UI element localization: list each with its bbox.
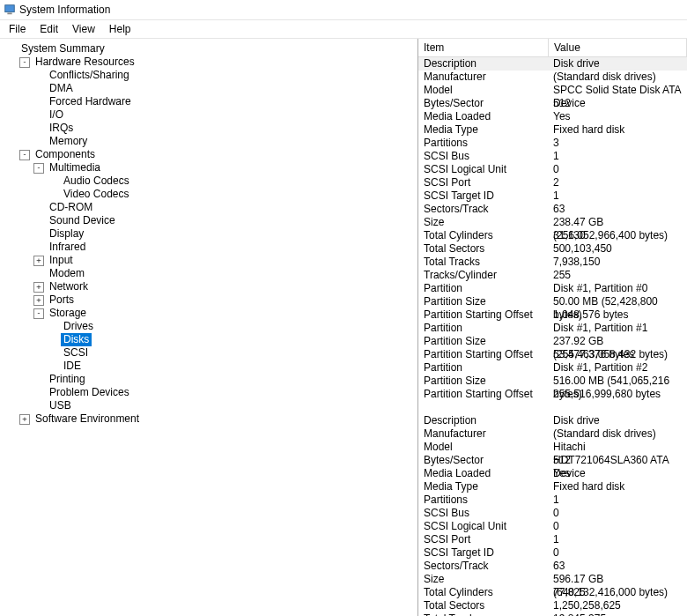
detail-row[interactable]: Media TypeFixed hard disk — [418, 123, 687, 137]
tree-item[interactable]: Forced Hardware — [5, 95, 412, 108]
tree-label[interactable]: I/O — [47, 108, 66, 122]
detail-row[interactable]: Media LoadedYes — [418, 110, 687, 123]
menu-edit[interactable]: Edit — [33, 21, 65, 37]
detail-row[interactable]: Partition Size237.92 GB (255,463,058,432… — [418, 335, 687, 348]
tree-label[interactable]: Multimedia — [47, 161, 103, 174]
tree-item[interactable]: -Storage — [5, 307, 412, 320]
tree-label[interactable]: USB — [47, 399, 74, 412]
tree-label[interactable]: Network — [47, 280, 91, 293]
detail-row[interactable]: SCSI Bus0 — [418, 507, 687, 520]
tree-label[interactable]: Forced Hardware — [47, 95, 134, 108]
tree-label[interactable]: Disks — [61, 333, 92, 346]
detail-row[interactable]: SCSI Logical Unit0 — [418, 163, 687, 176]
tree-label[interactable]: CD-ROM — [47, 201, 95, 214]
detail-row[interactable] — [418, 401, 687, 414]
detail-row[interactable]: SCSI Target ID1 — [418, 189, 687, 203]
tree-label[interactable]: Hardware Resources — [33, 56, 137, 69]
tree-label[interactable]: DMA — [47, 82, 76, 95]
col-header-item[interactable]: Item — [418, 39, 549, 56]
tree-item[interactable]: -Components — [5, 148, 412, 161]
tree-item[interactable]: Video Codecs — [5, 188, 412, 201]
tree-item[interactable]: -Hardware Resources — [5, 56, 412, 69]
detail-row[interactable]: Total Tracks19,845,375 — [418, 612, 687, 616]
detail-row[interactable]: Partition Size50.00 MB (52,428,800 bytes… — [418, 295, 687, 308]
detail-row[interactable]: Total Tracks7,938,150 — [418, 256, 687, 269]
col-header-value[interactable]: Value — [549, 39, 687, 56]
tree-label[interactable]: Video Codecs — [61, 188, 132, 201]
expand-icon[interactable]: + — [33, 282, 44, 293]
collapse-icon[interactable]: - — [33, 163, 44, 174]
tree-item[interactable]: +Network — [5, 280, 412, 293]
detail-row[interactable]: PartitionDisk #1, Partition #1 — [418, 322, 687, 335]
detail-row[interactable]: SCSI Bus1 — [418, 150, 687, 163]
detail-row[interactable]: Partition Starting Offset255,516,999,680… — [418, 388, 687, 401]
tree-label[interactable]: Software Environment — [33, 412, 142, 426]
tree-label[interactable]: Storage — [47, 307, 89, 320]
detail-row[interactable]: SCSI Logical Unit0 — [418, 520, 687, 533]
expand-icon[interactable]: + — [33, 256, 44, 266]
collapse-icon[interactable]: - — [19, 57, 30, 68]
tree-label[interactable]: IRQs — [47, 122, 76, 135]
detail-row[interactable]: Manufacturer(Standard disk drives) — [418, 427, 687, 441]
detail-row[interactable]: Partitions1 — [418, 494, 687, 507]
tree-label[interactable]: Display — [47, 227, 86, 241]
tree-label[interactable]: Infrared — [47, 241, 88, 254]
detail-row[interactable]: SCSI Port1 — [418, 533, 687, 546]
tree-label[interactable]: Conflicts/Sharing — [47, 69, 132, 82]
expand-icon[interactable]: + — [19, 414, 30, 425]
menu-help[interactable]: Help — [102, 21, 138, 37]
tree-label[interactable]: Ports — [47, 293, 77, 307]
detail-row[interactable]: Partitions3 — [418, 137, 687, 150]
collapse-icon[interactable]: - — [19, 150, 30, 160]
tree-label[interactable]: Audio Codecs — [61, 174, 132, 188]
tree-label[interactable]: System Summary — [18, 42, 107, 56]
tree-item[interactable]: +Software Environment — [5, 412, 412, 426]
detail-row[interactable]: Bytes/Sector512 — [418, 97, 687, 110]
detail-row[interactable]: Media TypeFixed hard disk — [418, 480, 687, 494]
tree-label[interactable]: Memory — [47, 135, 90, 148]
detail-row[interactable]: Partition Starting Offset1,048,576 bytes — [418, 308, 687, 322]
tree-item[interactable]: Problem Devices — [5, 386, 412, 399]
detail-row[interactable]: Size596.17 GB (640,132,416,000 bytes) — [418, 573, 687, 586]
tree-label[interactable]: Sound Device — [47, 214, 118, 227]
detail-row[interactable]: Partition Starting Offset53,477,376 byte… — [418, 348, 687, 361]
detail-row[interactable]: SCSI Target ID0 — [418, 546, 687, 560]
tree-item[interactable]: Sound Device — [5, 214, 412, 227]
tree-label[interactable]: Problem Devices — [47, 386, 132, 399]
detail-row[interactable]: DescriptionDisk drive — [418, 57, 687, 71]
detail-row[interactable]: Bytes/Sector512 — [418, 454, 687, 467]
tree-item[interactable]: Memory — [5, 135, 412, 148]
tree-label[interactable]: Drives — [61, 320, 96, 333]
detail-row[interactable]: Total Cylinders31,130 — [418, 229, 687, 242]
tree-label[interactable]: IDE — [61, 360, 84, 373]
tree-item[interactable]: Audio Codecs — [5, 174, 412, 188]
detail-row[interactable]: ModelHitachi HDT721064SLA360 ATA Device — [418, 441, 687, 454]
tree-item[interactable]: I/O — [5, 108, 412, 122]
detail-row[interactable]: Total Sectors1,250,258,625 — [418, 599, 687, 612]
tree-item[interactable]: Infrared — [5, 241, 412, 254]
detail-row[interactable]: PartitionDisk #1, Partition #2 — [418, 361, 687, 375]
detail-row[interactable]: DescriptionDisk drive — [418, 414, 687, 427]
tree-item[interactable]: USB — [5, 399, 412, 412]
tree-item[interactable]: IDE — [5, 360, 412, 373]
expand-icon[interactable]: + — [33, 295, 44, 306]
detail-row[interactable]: Tracks/Cylinder255 — [418, 269, 687, 282]
tree-item[interactable]: Modem — [5, 267, 412, 280]
detail-row[interactable]: SCSI Port2 — [418, 176, 687, 189]
collapse-icon[interactable]: - — [33, 308, 44, 319]
detail-row[interactable]: Sectors/Track63 — [418, 560, 687, 573]
tree-label[interactable]: SCSI — [61, 346, 91, 360]
tree-item[interactable]: SCSI — [5, 346, 412, 360]
tree-item[interactable]: Disks — [5, 333, 412, 346]
tree-item[interactable]: +Input — [5, 254, 412, 267]
tree-item[interactable]: Drives — [5, 320, 412, 333]
detail-row[interactable]: Total Cylinders77,825 — [418, 586, 687, 599]
tree-item[interactable]: IRQs — [5, 122, 412, 135]
detail-row[interactable]: Sectors/Track63 — [418, 203, 687, 216]
tree-label[interactable]: Printing — [47, 373, 88, 386]
detail-row[interactable]: Partition Size516.00 MB (541,065,216 byt… — [418, 375, 687, 388]
detail-row[interactable]: ModelSPCC Solid State Disk ATA Device — [418, 84, 687, 97]
detail-row[interactable]: PartitionDisk #1, Partition #0 — [418, 282, 687, 295]
tree-item[interactable]: Conflicts/Sharing — [5, 69, 412, 82]
detail-row[interactable]: Manufacturer(Standard disk drives) — [418, 71, 687, 84]
